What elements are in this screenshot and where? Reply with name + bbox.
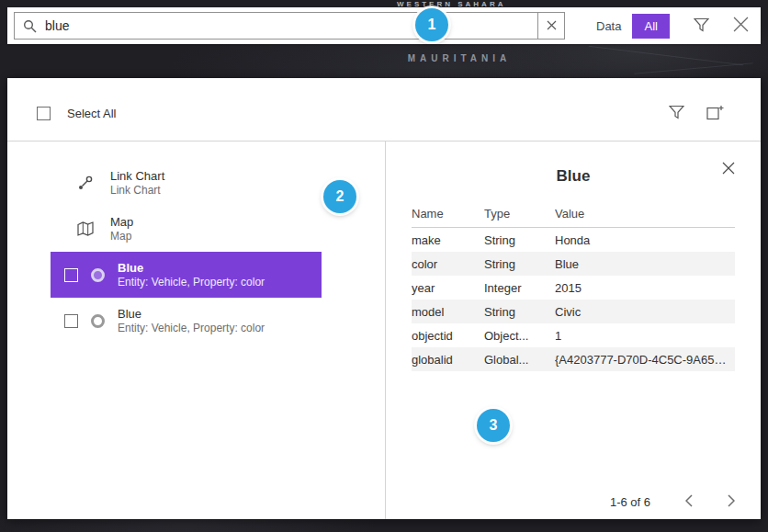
data-filter-toggle[interactable]: Data — [596, 19, 621, 33]
cell-type: String — [484, 305, 555, 319]
cell-name: model — [412, 305, 484, 319]
annotation-badge-3: 3 — [477, 409, 510, 442]
pagination-next-button[interactable] — [728, 494, 735, 510]
map-icon — [77, 221, 94, 236]
table-row: globalid Global... {A4203777-D70D-4C5C-9… — [412, 347, 735, 371]
results-panel-body: Link Chart Link Chart Map Map — [7, 141, 761, 519]
list-item-text: Link Chart Link Chart — [110, 169, 164, 198]
chevron-left-icon — [685, 494, 693, 510]
item-checkbox[interactable] — [64, 268, 78, 282]
app-window: WESTERN SAHARA MAURITANIA Data All — [0, 0, 768, 532]
select-all-label: Select All — [67, 107, 116, 120]
search-icon — [15, 19, 37, 33]
list-item-subtitle: Link Chart — [110, 184, 164, 198]
list-item-blue[interactable]: Blue Entity: Vehicle, Property: color — [51, 298, 322, 344]
clear-x-icon — [547, 19, 557, 33]
list-item-text: Blue Entity: Vehicle, Property: color — [118, 261, 265, 289]
cell-name: make — [412, 233, 484, 247]
clear-search-button[interactable] — [537, 13, 564, 39]
close-x-icon — [733, 17, 749, 35]
panel-filter-button[interactable] — [669, 105, 684, 122]
pagination-prev-button[interactable] — [685, 494, 693, 510]
list-item-subtitle: Map — [110, 230, 133, 243]
add-button[interactable] — [706, 104, 724, 123]
entity-circle-icon — [91, 268, 105, 282]
detail-title: Blue — [412, 167, 735, 186]
close-x-icon — [722, 162, 735, 177]
list-item-title: Blue — [118, 261, 265, 275]
results-panel: Select All — [7, 78, 761, 519]
list-item-subtitle: Entity: Vehicle, Property: color — [118, 322, 265, 335]
funnel-icon — [669, 105, 684, 122]
search-bar: Data All — [7, 7, 761, 44]
cell-value: Blue — [555, 257, 735, 271]
list-item-blue-selected[interactable]: Blue Entity: Vehicle, Property: color — [51, 252, 322, 298]
cell-name: year — [412, 281, 484, 295]
cell-type: Object... — [484, 329, 555, 343]
results-panel-header: Select All — [7, 78, 761, 141]
cell-type: String — [484, 257, 555, 271]
search-box[interactable] — [14, 12, 565, 40]
annotation-badge-2: 2 — [323, 180, 356, 213]
cell-name: globalid — [412, 353, 484, 367]
pagination-label: 1-6 of 6 — [610, 495, 650, 509]
map-label-mauritania: MAURITANIA — [408, 53, 512, 63]
close-search-button[interactable] — [733, 17, 749, 35]
cell-value: Honda — [555, 233, 735, 247]
table-row: make String Honda — [412, 228, 735, 252]
entity-circle-icon — [91, 314, 105, 328]
table-header-row: Name Type Value — [412, 200, 735, 228]
detail-close-button[interactable] — [722, 162, 735, 177]
detail-panel: Blue Name Type Value make String — [386, 141, 761, 519]
list-item-subtitle: Entity: Vehicle, Property: color — [118, 276, 265, 289]
table-header-type: Type — [484, 207, 555, 221]
cell-type: Global... — [484, 353, 555, 367]
table-header-value: Value — [555, 207, 735, 221]
list-item-text: Blue Entity: Vehicle, Property: color — [118, 307, 265, 335]
select-all-checkbox[interactable] — [37, 107, 51, 120]
table-row: model String Civic — [412, 300, 735, 323]
annotation-badge-1: 1 — [415, 8, 448, 41]
cell-name: color — [412, 257, 484, 271]
cell-value: Civic — [555, 305, 735, 319]
chevron-right-icon — [728, 494, 735, 510]
panel-header-actions — [669, 104, 724, 123]
table-row: objectid Object... 1 — [412, 323, 735, 347]
square-plus-icon — [706, 104, 724, 123]
list-item-title: Blue — [118, 307, 265, 321]
search-input[interactable] — [45, 14, 537, 38]
cell-value: {A4203777-D70D-4C5C-9A65-C... — [555, 353, 735, 367]
table-header-name: Name — [412, 207, 484, 221]
all-filter-button[interactable]: All — [632, 14, 669, 39]
list-item-title: Map — [110, 215, 133, 229]
cell-value: 1 — [555, 329, 735, 343]
search-filter-button[interactable] — [694, 17, 709, 35]
cell-type: String — [484, 233, 555, 247]
cell-value: 2015 — [555, 281, 735, 295]
cell-type: Integer — [484, 281, 555, 295]
cell-name: objectid — [412, 329, 484, 343]
properties-table: Name Type Value make String Honda color … — [412, 200, 735, 371]
table-row: color String Blue — [412, 252, 735, 276]
item-checkbox[interactable] — [64, 314, 78, 328]
list-item-title: Link Chart — [110, 169, 164, 183]
funnel-icon — [694, 17, 709, 35]
list-item-text: Map Map — [110, 215, 133, 243]
table-row: year Integer 2015 — [412, 276, 735, 300]
link-chart-icon — [77, 175, 94, 191]
pagination: 1-6 of 6 — [610, 494, 735, 510]
